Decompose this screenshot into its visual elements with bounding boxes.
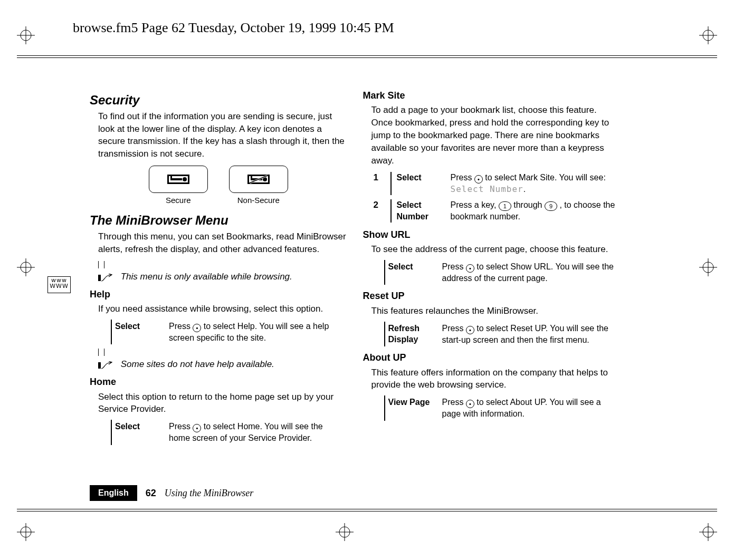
mark-select-desc: Press • to select Mark Site. You will se… (451, 172, 617, 195)
keypad-9-icon: 9 (545, 201, 557, 211)
secure-caption: Secure (149, 195, 208, 206)
nonsecure-figure: Non-Secure (229, 166, 288, 206)
text: Press (442, 262, 466, 271)
reset-up-heading: Reset UP (363, 290, 621, 302)
home-step-table: Select Press • to select Home. You will … (111, 420, 347, 445)
svg-point-23 (183, 177, 187, 181)
registration-mark-bc (336, 523, 354, 541)
help-select-label: Select (115, 321, 161, 344)
footer-section-title: Using the MiniBrowser (165, 487, 253, 499)
select-key-icon: • (193, 424, 201, 432)
language-badge: English (90, 485, 137, 501)
registration-mark-br (699, 523, 717, 541)
mark-site-body: To add a page to your bookmark list, cho… (371, 104, 621, 167)
right-column: Mark Site To add a page to your bookmark… (363, 90, 621, 447)
www-icon-bot: WWW (48, 283, 70, 289)
top-rule-2 (17, 57, 717, 58)
registration-mark-tr (699, 26, 717, 44)
menu-paragraph: Through this menu, you can set Bookmarks… (98, 230, 347, 256)
minibrowser-menu-heading: The MiniBrowser Menu (90, 213, 347, 228)
select-key-icon: • (466, 264, 474, 273)
help-note: Some sites do not have help available. (98, 347, 347, 371)
help-select-desc: Press • to select Help. You will see a h… (169, 321, 344, 344)
security-heading: Security (90, 93, 347, 108)
show-url-paragraph: To see the address of the current page, … (371, 243, 621, 256)
page-footer: English 62 Using the MiniBrowser (90, 485, 253, 501)
top-rule (17, 55, 717, 56)
security-figures: Secure Non-Secure (90, 166, 347, 206)
minibrowser-menu-body: Through this menu, you can set Bookmarks… (98, 230, 347, 256)
svg-rect-33 (98, 275, 101, 281)
about-up-paragraph: This feature offers information on the c… (371, 366, 621, 392)
reset-up-paragraph: This features relaunches the MiniBrowser… (371, 305, 621, 317)
table-row: 2 Select Number Press a key, 1 through 9… (370, 198, 621, 224)
show-url-heading: Show URL (363, 229, 621, 241)
about-view-desc: Press • to select About UP. You will see… (442, 397, 617, 420)
mark-number-label: Select Number (397, 199, 443, 223)
about-up-body: This feature offers information on the c… (371, 366, 621, 392)
about-up-step-table: View Page Press • to select About UP. Yo… (384, 395, 621, 421)
select-key-icon: • (474, 175, 483, 184)
security-body: To find out if the information you are s… (98, 110, 347, 160)
text: to select Help. You will see a help scre… (169, 322, 329, 342)
show-url-step-table: Select Press • to select Show URL. You w… (384, 260, 621, 285)
svg-rect-34 (98, 362, 101, 369)
text: . (523, 185, 526, 194)
reset-refresh-desc: Press • to select Reset UP. You will see… (442, 323, 617, 346)
bottom-rule-2 (17, 511, 717, 511)
home-body: Select this option to return to the home… (98, 391, 347, 416)
table-row: View Page Press • to select About UP. Yo… (384, 395, 621, 421)
secure-figure: Secure (149, 166, 208, 206)
svg-rect-24 (170, 178, 182, 180)
nonsecure-caption: Non-Secure (229, 195, 288, 206)
page-number: 62 (146, 487, 156, 499)
show-url-body: To see the address of the current page, … (371, 243, 621, 256)
text: Press (169, 322, 193, 331)
text: to select Mark Site. You will see: (485, 173, 606, 182)
help-body: If you need assistance while browsing, s… (98, 303, 347, 315)
help-heading: Help (90, 288, 347, 301)
nonsecure-key-icon (229, 166, 288, 193)
reset-refresh-label: Refresh Display (388, 323, 435, 346)
lcd-text: Select Number (451, 184, 523, 194)
mark-site-heading: Mark Site (363, 90, 621, 102)
table-row: 1 Select Press • to select Mark Site. Yo… (370, 171, 621, 196)
bottom-rule (17, 509, 717, 509)
page-columns: Security To find out if the information … (90, 90, 620, 447)
menu-note-text: This menu is only available while browsi… (121, 272, 292, 282)
secure-key-icon (149, 166, 208, 193)
select-key-icon: • (466, 326, 474, 334)
note-icon (98, 260, 116, 268)
registration-mark-mr (699, 258, 717, 276)
step-number: 1 (374, 172, 383, 195)
select-key-icon: • (466, 400, 474, 408)
security-paragraph: To find out if the information you are s… (98, 110, 347, 160)
text: Press (442, 324, 466, 333)
show-url-select-desc: Press • to select Show URL. You will see… (442, 261, 617, 284)
www-margin-icon: www WWW (47, 276, 71, 293)
mark-select-label: Select (397, 172, 443, 195)
help-paragraph: If you need assistance while browsing, s… (98, 303, 347, 315)
help-step-table: Select Press • to select Help. You will … (111, 320, 347, 345)
home-select-desc: Press • to select Home. You will see the… (169, 421, 344, 444)
reset-up-body: This features relaunches the MiniBrowser… (371, 305, 621, 317)
about-view-label: View Page (388, 397, 435, 420)
page-header-line: browse.fm5 Page 62 Tuesday, October 19, … (73, 18, 394, 37)
left-column: Security To find out if the information … (90, 90, 347, 447)
about-up-heading: About UP (363, 352, 621, 364)
text: Press a key, (451, 200, 499, 209)
home-select-label: Select (115, 421, 161, 444)
keypad-1-icon: 1 (499, 201, 511, 211)
registration-mark-bl (17, 523, 35, 541)
show-url-select-label: Select (388, 261, 435, 284)
reset-up-step-table: Refresh Display Press • to select Reset … (384, 322, 621, 347)
select-key-icon: • (193, 324, 201, 332)
home-heading: Home (90, 376, 347, 388)
menu-note: This menu is only available while browsi… (98, 260, 347, 283)
text: through (513, 200, 545, 209)
svg-rect-25 (170, 176, 172, 179)
mark-number-desc: Press a key, 1 through 9 , to choose the… (451, 199, 617, 223)
text: Press (169, 422, 193, 431)
text: Press (451, 173, 474, 182)
table-row: Select Press • to select Help. You will … (111, 320, 347, 345)
